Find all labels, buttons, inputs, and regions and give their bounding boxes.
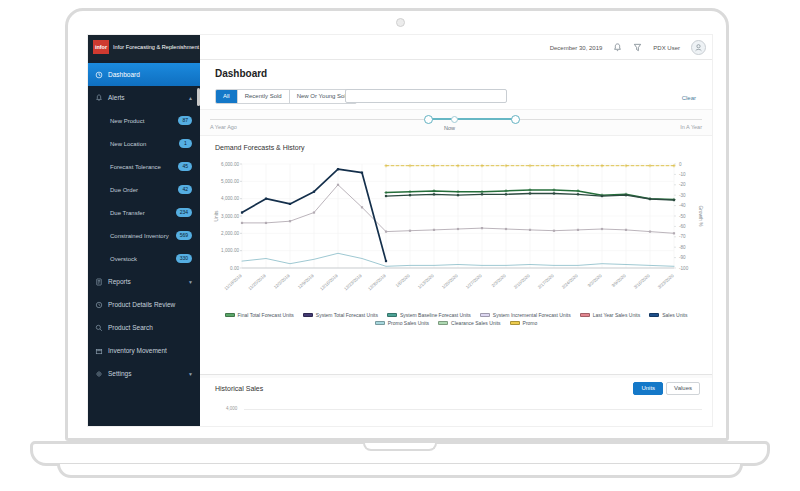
svg-text:1/27/2020: 1/27/2020 xyxy=(465,273,483,290)
svg-text:0: 0 xyxy=(679,162,682,167)
sidebar-item-label: Product Details Review xyxy=(108,301,175,308)
sidebar-item-settings[interactable]: Settings▼ xyxy=(88,362,200,385)
search-icon xyxy=(95,324,103,332)
svg-text:0.00: 0.00 xyxy=(230,266,239,271)
filter-icon[interactable] xyxy=(633,43,642,52)
legend-label: Clearance Sales Units xyxy=(451,320,500,326)
alert-item-label: Constrained Inventory xyxy=(110,233,169,239)
sidebar-alert-item[interactable]: Constrained Inventory569 xyxy=(88,224,200,247)
legend-label: System Baseline Forecast Units xyxy=(400,312,471,318)
legend-swatch xyxy=(303,313,313,317)
svg-text:12/9/2019: 12/9/2019 xyxy=(297,273,315,290)
svg-text:-20: -20 xyxy=(679,182,686,187)
clear-link[interactable]: Clear xyxy=(682,95,696,101)
svg-text:11/18/2019: 11/18/2019 xyxy=(223,273,243,292)
sidebar-item-product-details-review[interactable]: Product Details Review xyxy=(88,293,200,316)
alert-item-label: Forecast Tolerance xyxy=(110,164,161,170)
svg-text:2/10/2020: 2/10/2020 xyxy=(513,273,531,290)
svg-text:11/25/2019: 11/25/2019 xyxy=(247,273,267,292)
legend-label: Promo Sales Units xyxy=(388,320,429,326)
timeline-label-future: In A Year xyxy=(680,124,702,130)
svg-text:Units: Units xyxy=(214,210,219,222)
sidebar-item-label: Product Search xyxy=(108,324,153,331)
dashboard-icon xyxy=(95,71,103,79)
app-topbar: infor Infor Forecasting & Replenishment … xyxy=(88,35,712,60)
legend-swatch xyxy=(510,321,520,325)
legend-swatch xyxy=(480,313,490,317)
legend-swatch xyxy=(225,313,235,317)
alert-item-label: Due Order xyxy=(110,187,138,193)
values-button[interactable]: Values xyxy=(666,382,700,395)
svg-text:-80: -80 xyxy=(679,245,686,250)
filter-button-all[interactable]: All xyxy=(216,90,238,103)
sidebar-alert-item[interactable]: Due Transfer234 xyxy=(88,201,200,224)
inventory-icon xyxy=(95,347,103,355)
sidebar-item-inventory-movement[interactable]: Inventory Movement xyxy=(88,339,200,362)
historical-axis-tick: 4,000 xyxy=(226,406,237,411)
sidebar-item-label: Dashboard xyxy=(108,71,140,78)
filter-button-recently-sold[interactable]: Recently Sold xyxy=(238,90,290,103)
units-button[interactable]: Units xyxy=(633,382,663,395)
date-picker[interactable]: December 30, 2019 xyxy=(550,45,603,51)
legend-item-promo-sales-units: Promo Sales Units xyxy=(375,320,429,326)
timeline-label-now: Now xyxy=(444,125,455,131)
sidebar-bottom-items: Reports▼Product Details ReviewProduct Se… xyxy=(88,270,200,385)
chart-legend: Final Total Forecast UnitsSystem Total F… xyxy=(200,312,712,326)
details-icon xyxy=(95,301,103,309)
sidebar-item-product-search[interactable]: Product Search xyxy=(88,316,200,339)
alert-count-badge: 87 xyxy=(178,116,192,125)
legend-item-clearance-sales-units: Clearance Sales Units xyxy=(438,320,500,326)
legend-item-last-year-sales-units: Last Year Sales Units xyxy=(580,312,641,318)
brand-header: infor Infor Forecasting & Replenishment xyxy=(88,35,200,60)
alert-item-label: Overstock xyxy=(110,256,137,262)
webcam-dot xyxy=(396,18,405,27)
svg-text:12/2/2019: 12/2/2019 xyxy=(273,273,291,290)
legend-label: Promo xyxy=(523,320,538,326)
laptop-base-bottom xyxy=(57,464,743,478)
legend-item-system-baseline-forecast-units: System Baseline Forecast Units xyxy=(387,312,471,318)
sidebar-item-alerts[interactable]: Alerts ▲ xyxy=(88,86,200,109)
slider-handle-end[interactable] xyxy=(511,115,520,124)
alert-item-label: Due Transfer xyxy=(110,210,145,216)
legend-swatch xyxy=(438,321,448,325)
sidebar-alert-item[interactable]: Forecast Tolerance45 xyxy=(88,155,200,178)
sidebar-item-dashboard[interactable]: Dashboard xyxy=(88,63,200,86)
filter-segmented-control: AllRecently SoldNew Or Young Sold xyxy=(215,89,357,104)
demand-forecast-chart: 6,000.005,000.004,000.003,000.002,000.00… xyxy=(212,156,704,308)
filter-row: AllRecently SoldNew Or Young Sold xyxy=(215,89,357,104)
alert-count-badge: 1 xyxy=(179,139,192,148)
slider-handle-start[interactable] xyxy=(424,115,433,124)
legend-label: System Incremental Forecast Units xyxy=(493,312,571,318)
avatar[interactable] xyxy=(691,40,706,55)
sidebar-alert-item[interactable]: Due Order42 xyxy=(88,178,200,201)
sidebar-alert-item[interactable]: Overstock330 xyxy=(88,247,200,270)
svg-text:1/6/2020: 1/6/2020 xyxy=(395,273,411,289)
svg-text:1/13/2020: 1/13/2020 xyxy=(417,273,435,290)
sidebar-item-label: Reports xyxy=(108,278,131,285)
svg-text:5,000.00: 5,000.00 xyxy=(221,179,239,184)
infor-logo: infor xyxy=(93,40,109,54)
search-input[interactable] xyxy=(345,89,507,103)
slider-active-range xyxy=(428,118,515,120)
svg-text:12/23/2019: 12/23/2019 xyxy=(343,273,363,292)
slider-now-marker xyxy=(451,116,458,123)
section-divider xyxy=(200,374,712,378)
sidebar-alert-item[interactable]: New Location1 xyxy=(88,132,200,155)
legend-item-final-total-forecast-units: Final Total Forecast Units xyxy=(225,312,294,318)
app-screen: infor Infor Forecasting & Replenishment … xyxy=(88,35,712,426)
chevron-up-icon: ▲ xyxy=(188,95,193,101)
svg-text:3/2/2020: 3/2/2020 xyxy=(587,273,603,289)
svg-text:2,000.00: 2,000.00 xyxy=(221,231,239,236)
bell-icon[interactable] xyxy=(613,43,622,52)
sidebar-item-reports[interactable]: Reports▼ xyxy=(88,270,200,293)
svg-text:12/16/2019: 12/16/2019 xyxy=(319,273,339,292)
chevron-down-icon: ▼ xyxy=(188,371,193,377)
sidebar-item-label: Settings xyxy=(108,370,132,377)
legend-label: Final Total Forecast Units xyxy=(238,312,294,318)
historical-sales-title: Historical Sales xyxy=(215,385,263,392)
historical-toggle: Units Values xyxy=(633,382,700,395)
alert-count-badge: 234 xyxy=(176,208,192,217)
sidebar-alert-item[interactable]: New Product87 xyxy=(88,109,200,132)
user-name[interactable]: PDX User xyxy=(653,45,680,51)
alert-item-label: New Location xyxy=(110,141,146,147)
